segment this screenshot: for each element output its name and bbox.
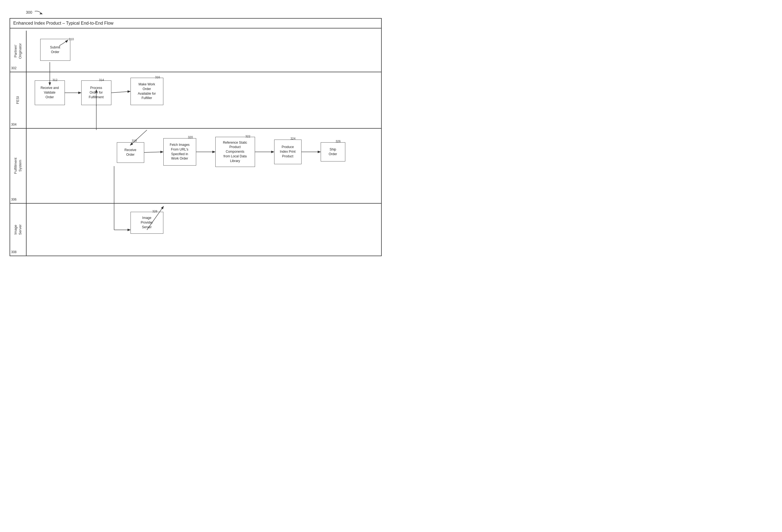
lane-fesi: FESI 304 Receive andValidateOrder 312 Pr… bbox=[10, 72, 381, 129]
lane-fulfillment: FulfillmentSystem 306 ReceiveOrder 318 F… bbox=[10, 129, 381, 204]
lane-fulfillment-label: FulfillmentSystem bbox=[13, 157, 23, 174]
svg-marker-0 bbox=[39, 12, 43, 14]
label-328: 328 bbox=[152, 210, 157, 213]
box-ship-order: ShipOrder bbox=[321, 142, 345, 162]
lane-fulfillment-number: 306 bbox=[11, 198, 17, 202]
lanes-container: Partner/Originator 302 SubmitOrder 310 bbox=[10, 31, 381, 256]
label-316: 316 bbox=[155, 75, 160, 79]
label-312: 312 bbox=[52, 78, 58, 81]
arrows-lane1 bbox=[27, 31, 381, 72]
main-diagram-box: Enhanced Index Product – Typical End-to-… bbox=[9, 18, 382, 256]
label-324: 324 bbox=[291, 137, 295, 140]
lane-fesi-label: FESI bbox=[15, 96, 20, 104]
diagram-title: Enhanced Index Product – Typical End-to-… bbox=[10, 19, 381, 29]
box-image-provider: ImageProviderServer bbox=[131, 212, 163, 234]
label-320: 320 bbox=[188, 136, 193, 139]
lane-image-server: ImageServer 308 ImageProviderServer 328 bbox=[10, 204, 381, 256]
box-fetch-images: Fetch ImagesFrom URL'sSpecified inWork O… bbox=[163, 138, 196, 166]
label-310: 310 bbox=[69, 37, 74, 41]
lane-fulfillment-content: ReceiveOrder 318 Fetch ImagesFrom URL'sS… bbox=[27, 129, 381, 203]
box-receive-validate: Receive andValidateOrder bbox=[35, 80, 65, 105]
arrows-lane3 bbox=[27, 129, 381, 203]
lane-image-label: ImageServer bbox=[13, 224, 23, 235]
svg-line-4 bbox=[144, 152, 163, 152]
page: 300 Enhanced Index Product – Typical End… bbox=[7, 7, 384, 259]
lane-partner-content: SubmitOrder 310 bbox=[27, 31, 381, 72]
box-process-order: ProcessOrder forFulfillment bbox=[81, 80, 111, 105]
label-326: 326 bbox=[336, 140, 341, 143]
lane-fesi-number: 304 bbox=[11, 122, 17, 127]
lane-fulfillment-label-col: FulfillmentSystem 306 bbox=[10, 129, 27, 203]
lane-partner-number: 302 bbox=[11, 66, 17, 70]
label-318: 318 bbox=[132, 139, 137, 142]
lane-fesi-label-col: FESI 304 bbox=[10, 72, 27, 128]
box-submit-order: SubmitOrder bbox=[40, 39, 70, 61]
lane-fesi-content: Receive andValidateOrder 312 ProcessOrde… bbox=[27, 72, 381, 128]
box-reference-static: Reference StaticProductComponentsfrom Lo… bbox=[215, 137, 255, 167]
lane-image-number: 308 bbox=[11, 250, 17, 254]
lane-partner-label-col: Partner/Originator 302 bbox=[10, 31, 27, 72]
lane-image-label-col: ImageServer 308 bbox=[10, 204, 27, 256]
lane-partner-label: Partner/Originator bbox=[13, 43, 23, 59]
label-322: 322 bbox=[245, 135, 250, 138]
lane-partner: Partner/Originator 302 SubmitOrder 310 bbox=[10, 31, 381, 72]
box-receive-order: ReceiveOrder bbox=[117, 142, 144, 163]
box-produce-index: ProduceIndex PrintProduct bbox=[274, 140, 301, 164]
box-make-work-order: Make WorkOrderAvailable forFulfiller bbox=[131, 78, 163, 105]
svg-line-2 bbox=[111, 92, 130, 93]
arrows-lane2 bbox=[27, 72, 381, 128]
diagram-label-300: 300 bbox=[26, 10, 44, 15]
label-314: 314 bbox=[99, 78, 104, 81]
lane-image-content: ImageProviderServer 328 bbox=[27, 204, 381, 256]
